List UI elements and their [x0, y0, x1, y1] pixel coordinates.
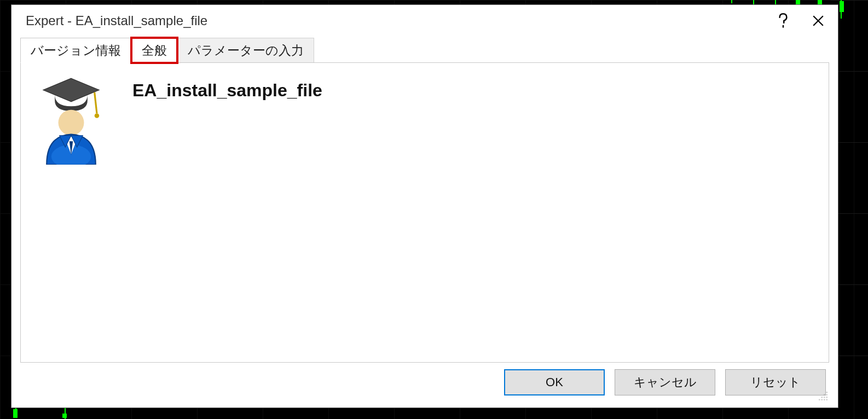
tab-label: バージョン情報: [31, 42, 121, 59]
reset-button[interactable]: リセット: [725, 369, 826, 395]
tab-bar: バージョン情報 全般 パラメーターの入力: [20, 37, 829, 63]
window-title: Expert - EA_install_sample_file: [26, 13, 207, 28]
svg-point-4: [59, 110, 84, 136]
help-button[interactable]: [766, 8, 801, 34]
cancel-button[interactable]: キャンセル: [615, 369, 715, 395]
candle: [731, 0, 732, 3]
close-icon: [812, 15, 824, 27]
candle: [13, 409, 18, 418]
svg-point-12: [819, 399, 820, 400]
tab-panel-version-info: EA_install_sample_file: [20, 62, 829, 363]
svg-point-9: [821, 397, 823, 398]
svg-point-14: [824, 399, 825, 400]
expert-name: EA_install_sample_file: [132, 77, 322, 101]
svg-line-2: [95, 92, 97, 113]
resize-grip-icon[interactable]: [818, 391, 828, 401]
svg-point-6: [826, 392, 828, 393]
candle: [840, 1, 844, 12]
button-label: キャンセル: [634, 374, 697, 391]
tab-inputs[interactable]: パラメーターの入力: [177, 38, 314, 63]
candle: [775, 0, 776, 4]
svg-marker-0: [43, 78, 99, 102]
svg-point-10: [824, 397, 825, 398]
tab-label: 全般: [142, 42, 167, 59]
svg-point-8: [826, 394, 828, 395]
tab-general[interactable]: 全般: [131, 38, 177, 63]
svg-point-7: [824, 394, 825, 395]
dialog-content: バージョン情報 全般 パラメーターの入力: [11, 37, 838, 408]
tab-version-info[interactable]: バージョン情報: [20, 38, 131, 63]
ok-button[interactable]: OK: [504, 369, 605, 395]
close-button[interactable]: [801, 8, 836, 34]
dialog-button-bar: OK キャンセル リセット: [20, 363, 829, 402]
titlebar[interactable]: Expert - EA_install_sample_file: [11, 5, 838, 37]
button-label: リセット: [750, 374, 801, 391]
svg-point-15: [826, 399, 828, 400]
candle: [62, 414, 67, 418]
question-icon: [777, 13, 789, 28]
expert-dialog: Expert - EA_install_sample_file バージョン情報 …: [11, 4, 838, 408]
tab-label: パラメーターの入力: [188, 42, 304, 59]
svg-point-11: [826, 397, 828, 398]
svg-point-13: [821, 399, 823, 400]
expert-advisor-icon: [36, 77, 106, 165]
button-label: OK: [546, 375, 563, 389]
svg-point-3: [95, 113, 100, 118]
